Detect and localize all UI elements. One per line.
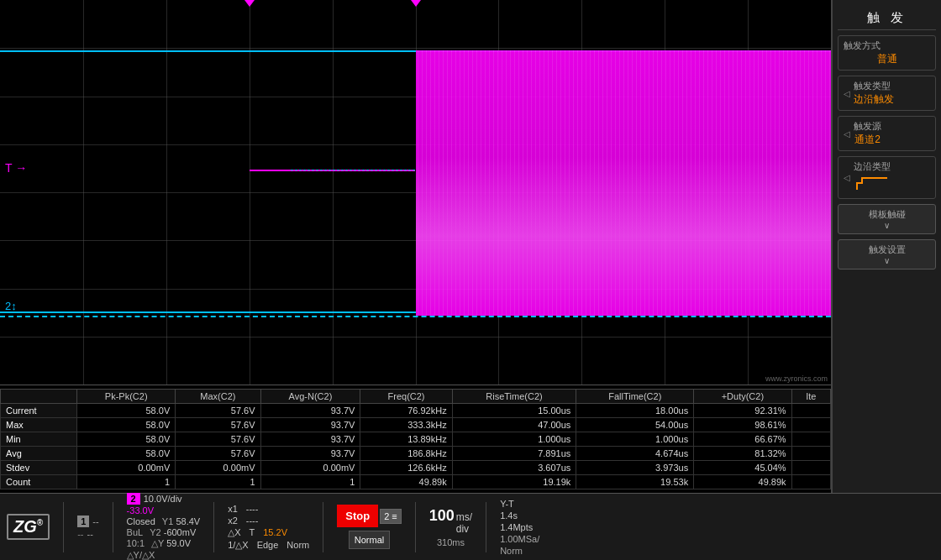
run-control[interactable]: Stop 2 ≡ Normal bbox=[337, 505, 401, 549]
ch2-trace-left bbox=[0, 311, 416, 313]
cell-r3-c1: 58.0V bbox=[77, 447, 176, 461]
edge-type-label: 边沿类型 bbox=[854, 160, 891, 173]
col-header-max: Max(C2) bbox=[176, 390, 260, 404]
cell-r0-c5: 15.00us bbox=[452, 404, 576, 418]
ch2-dy-val: 59.0V bbox=[166, 538, 191, 548]
trigger-marker-top-right bbox=[411, 0, 421, 7]
cell-r3-c0: Avg bbox=[1, 447, 77, 461]
cell-r1-c8 bbox=[791, 418, 830, 432]
edge-type-arrow: ◁ bbox=[844, 173, 850, 182]
cursor-dx-val: T bbox=[249, 527, 255, 538]
ch1-badge: 1 bbox=[77, 516, 89, 527]
cell-r3-c8 bbox=[791, 447, 830, 461]
trigger-type-section[interactable]: ◁ 触发类型 边沿触发 bbox=[838, 76, 936, 111]
ch2-info: 2 10.0V/div -33.0V Closed Y1 58.4V BuL Y… bbox=[127, 493, 201, 560]
cell-r5-c2: 1 bbox=[176, 475, 260, 489]
cell-r0-c8 bbox=[791, 404, 830, 418]
acq-rate: 1.00MSa/ bbox=[500, 534, 539, 544]
cell-r0-c7: 92.31% bbox=[694, 404, 791, 418]
cell-r1-c4: 333.3kHz bbox=[360, 418, 452, 432]
cursor-dx-label: △X bbox=[228, 527, 240, 538]
cell-r4-c8 bbox=[791, 461, 830, 475]
cursor-inv-val: Edge bbox=[257, 540, 279, 551]
col-header-duty: +Duty(C2) bbox=[694, 390, 791, 404]
cell-r1-c7: 98.61% bbox=[694, 418, 791, 432]
scope-panel: T → 2↕ www.zyronics.com Pk-Pk(C2) Max(C2… bbox=[0, 0, 832, 493]
timebase-info: 100 ms/div 310ms bbox=[429, 507, 472, 547]
cell-r4-c3: 0.00mV bbox=[260, 461, 360, 475]
ch2-dydx: △Y/△X bbox=[127, 550, 201, 560]
cell-r2-c8 bbox=[791, 432, 830, 447]
normal-button[interactable]: Normal bbox=[349, 531, 390, 549]
cell-r5-c0: Count bbox=[1, 475, 77, 489]
trigger-source-section[interactable]: ◁ 触发源 通道2 bbox=[838, 116, 936, 151]
trigger-marker-top-left bbox=[244, 0, 255, 7]
brand-logo: ZG® bbox=[7, 514, 50, 540]
panel-title: 触 发 bbox=[838, 7, 936, 30]
ch1-info: 1 -- -- -- bbox=[77, 516, 98, 539]
cursor-dx-num: 15.2V bbox=[263, 527, 287, 538]
cursor-x2-label: x2 bbox=[228, 516, 238, 526]
timebase-unit: ms/div bbox=[456, 511, 472, 535]
cursor-x2-val: ---- bbox=[246, 516, 259, 526]
ch2-offset: -33.0V bbox=[127, 505, 201, 516]
edge-type-section[interactable]: ◁ 边沿类型 bbox=[838, 156, 936, 199]
trigger-settings-button[interactable]: 触发设置 ∨ bbox=[838, 239, 936, 270]
cell-r1-c0: Max bbox=[1, 418, 77, 432]
ch2-bul-label: BuL bbox=[127, 527, 144, 537]
cell-r3-c5: 7.891us bbox=[452, 447, 576, 461]
col-header-fall: FallTime(C2) bbox=[576, 390, 694, 404]
ch2-closed-label: Closed bbox=[127, 516, 155, 526]
cell-r5-c1: 1 bbox=[77, 475, 176, 489]
measurement-table: Pk-Pk(C2) Max(C2) Avg-N(C2) Freq(C2) Ris… bbox=[0, 389, 831, 489]
cursor-x1-label: x1 bbox=[228, 504, 238, 514]
cell-r4-c2: 0.00mV bbox=[176, 461, 260, 475]
acq-pts: 1.4Mpts bbox=[500, 522, 539, 532]
trigger-mode-value: 普通 bbox=[844, 52, 930, 66]
cell-r3-c4: 186.8kHz bbox=[360, 447, 452, 461]
status-bar: ZG® 1 -- -- -- 2 10.0V/div -33.0V Closed… bbox=[0, 493, 941, 560]
col-header-rise: RiseTime(C2) bbox=[452, 390, 576, 404]
cell-r4-c0: Stdev bbox=[1, 461, 77, 475]
trigger-mode-label: 触发方式 bbox=[844, 39, 930, 52]
cell-r4-c6: 3.973us bbox=[576, 461, 694, 475]
cell-r3-c7: 81.32% bbox=[694, 447, 791, 461]
edge-shape-icon bbox=[855, 176, 889, 191]
cell-r1-c3: 93.7V bbox=[260, 418, 360, 432]
cell-r5-c4: 49.89k bbox=[360, 475, 452, 489]
cursor-inv-num: Norm bbox=[287, 540, 309, 551]
ch2-y2-label: Y2 bbox=[150, 527, 160, 537]
acq-mode: Y-T bbox=[500, 499, 539, 509]
col-header-pkpk: Pk-Pk(C2) bbox=[77, 390, 176, 404]
cell-r0-c0: Current bbox=[1, 404, 77, 418]
ch2-badge: 2 bbox=[127, 493, 140, 505]
cell-r0-c4: 76.92kHz bbox=[360, 404, 452, 418]
col-header-avg: Avg-N(C2) bbox=[260, 390, 360, 404]
cursor-info: x1 ---- x2 ---- △X T 15.2V 1/△X Edge Nor… bbox=[228, 504, 309, 551]
cell-r5-c8 bbox=[791, 475, 830, 489]
cell-r0-c2: 57.6V bbox=[176, 404, 260, 418]
waveform-burst bbox=[416, 50, 832, 316]
cell-r1-c1: 58.0V bbox=[77, 418, 176, 432]
cell-r0-c6: 18.00us bbox=[576, 404, 694, 418]
scope-display[interactable]: T → 2↕ www.zyronics.com bbox=[0, 0, 831, 385]
trigger-mode-section[interactable]: 触发方式 普通 bbox=[838, 35, 936, 71]
template-trigger-button[interactable]: 模板触碰 ∨ bbox=[838, 204, 936, 234]
col-header-label bbox=[1, 390, 77, 404]
watermark: www.zyronics.com bbox=[765, 374, 828, 383]
stop-button[interactable]: Stop bbox=[337, 505, 378, 527]
trigger-type-label: 触发类型 bbox=[854, 80, 894, 92]
cell-r5-c3: 1 bbox=[260, 475, 360, 489]
ch2-probe-label: 10:1 bbox=[127, 538, 145, 549]
cell-r4-c5: 3.607us bbox=[452, 461, 576, 475]
trigger-source-value: 通道2 bbox=[854, 133, 881, 147]
ch2-level-marker: 2↕ bbox=[5, 300, 17, 312]
cursor-x1-val: ---- bbox=[246, 504, 259, 514]
ch2-dy-label: △Y bbox=[151, 538, 164, 548]
timebase-extra: 310ms bbox=[437, 537, 465, 547]
acq-time1: 1.4s bbox=[500, 510, 539, 521]
ch2-baseline bbox=[0, 316, 831, 317]
acq-norm: Norm bbox=[500, 546, 539, 556]
cell-r4-c1: 0.00mV bbox=[77, 461, 176, 475]
cell-r0-c3: 93.7V bbox=[260, 404, 360, 418]
